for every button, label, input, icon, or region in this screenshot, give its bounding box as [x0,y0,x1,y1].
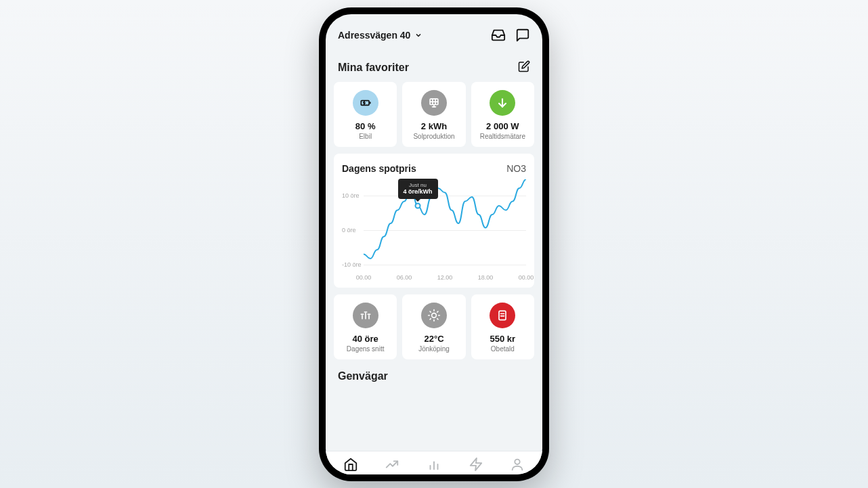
content-scroll[interactable]: Mina favoriter 80 % Elbil [326,51,542,451]
summary-label: Dagens snitt [347,345,385,353]
nav-trends[interactable] [385,457,399,472]
trend-icon [385,457,399,472]
favorite-value: 2 000 W [486,121,519,131]
favorite-card-ev[interactable]: 80 % Elbil [334,82,397,147]
arrow-down-icon [490,90,515,116]
battery-icon [353,90,378,116]
nav-stats[interactable] [427,457,441,472]
favorites-title: Mina favoriter [338,62,409,74]
home-icon [343,457,358,472]
chat-icon[interactable] [515,28,530,43]
spot-price-title: Dagens spotpris [342,163,416,174]
favorite-value: 2 kWh [421,121,447,131]
bottom-nav [326,451,542,474]
y-tick: 0 öre [342,227,356,234]
spot-price-card[interactable]: Dagens spotpris NO3 10 öre 0 öre -10 öre [334,154,534,288]
summary-value: 40 öre [353,334,378,344]
summary-value: 550 kr [490,334,516,344]
bolt-icon [469,457,483,472]
favorite-label: Realtidsmätare [480,133,525,140]
spot-price-region: NO3 [506,163,526,174]
solar-panel-icon [421,90,447,116]
y-tick: 10 öre [342,192,360,199]
shortcuts-title: Genvägar [338,370,388,382]
x-tick: 12.00 [437,274,453,281]
summary-value: 22°C [424,334,443,344]
summary-card-avg[interactable]: 40 öre Dagens snitt [334,294,397,359]
edit-favorites-icon[interactable] [518,60,530,75]
sliders-icon [353,303,378,328]
tooltip-line2: 4 öre/kWh [404,188,433,196]
summary-label: Obetald [491,345,515,353]
chevron-down-icon [414,31,422,39]
svg-marker-31 [470,458,481,470]
nav-profile[interactable] [510,457,525,472]
x-tick: 00.00 [356,274,372,281]
spot-price-chart: 10 öre 0 öre -10 öre Just nu 4 öre/kWh [342,179,526,281]
header-icons [491,28,530,43]
nav-energy[interactable] [469,457,483,472]
svg-line-23 [430,318,431,319]
favorites-section: Mina favoriter 80 % Elbil [334,56,534,147]
favorite-card-realtime[interactable]: 2 000 W Realtidsmätare [471,82,534,147]
nav-home[interactable] [343,457,358,472]
bars-icon [427,457,441,472]
inbox-icon[interactable] [491,28,506,43]
summary-card-weather[interactable]: 22°C Jönköping [402,294,465,359]
address-label: Adressvägen 40 [338,30,410,41]
favorite-label: Solproduktion [413,133,454,140]
svg-line-19 [430,311,431,312]
app-header: Adressvägen 40 [326,14,542,51]
chart-line [364,179,526,267]
svg-line-20 [437,318,438,319]
x-tick: 18.00 [478,274,494,281]
receipt-icon [490,303,515,328]
svg-point-16 [432,313,437,317]
y-tick: -10 öre [342,261,362,268]
tooltip-line1: Just nu [404,182,433,189]
summary-section: 40 öre Dagens snitt 22°C Jönköping [334,294,534,359]
favorite-label: Elbil [359,133,372,140]
svg-line-24 [437,311,438,312]
summary-label: Jönköping [418,345,450,353]
shortcuts-section: Genvägar [334,366,534,389]
chart-tooltip: Just nu 4 öre/kWh [398,179,438,199]
svg-point-9 [416,203,420,208]
sun-icon [421,303,447,328]
x-tick: 06.00 [397,274,412,281]
x-tick: 00.00 [519,274,534,281]
address-selector[interactable]: Adressvägen 40 [338,30,422,41]
summary-card-invoice[interactable]: 550 kr Obetald [471,294,534,359]
favorite-value: 80 % [355,121,376,131]
svg-point-32 [515,459,520,464]
favorite-card-solar[interactable]: 2 kWh Solproduktion [402,82,465,147]
phone-screen: Adressvägen 40 Mina favoriter [326,14,542,474]
phone-frame: Adressvägen 40 Mina favoriter [319,7,549,481]
user-icon [510,457,525,472]
